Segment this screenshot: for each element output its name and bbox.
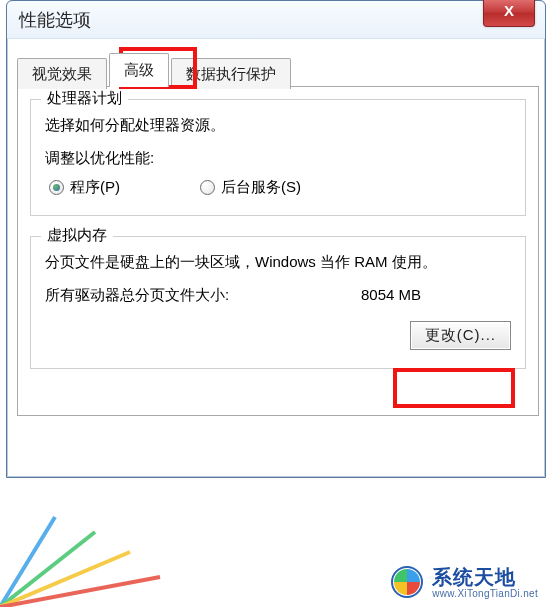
watermark-en: www.XiTongTianDi.net <box>432 588 538 599</box>
tab-panel-advanced: 处理器计划 选择如何分配处理器资源。 调整以优化性能: 程序(P) 后台服务(S… <box>17 86 539 416</box>
tab-advanced[interactable]: 高级 <box>109 53 169 87</box>
watermark-icon <box>390 565 424 599</box>
paging-size-value: 8054 MB <box>361 286 511 305</box>
tab-visual-effects[interactable]: 视觉效果 <box>17 58 107 89</box>
adjust-label: 调整以优化性能: <box>45 149 511 168</box>
paging-size-row: 所有驱动器总分页文件大小: 8054 MB <box>45 286 511 305</box>
titlebar[interactable]: 性能选项 X <box>7 1 545 39</box>
virtual-memory-desc: 分页文件是硬盘上的一块区域，Windows 当作 RAM 使用。 <box>45 253 511 272</box>
radio-programs[interactable]: 程序(P) <box>49 178 120 197</box>
radio-icon <box>49 180 64 195</box>
window-title: 性能选项 <box>19 8 91 32</box>
change-button[interactable]: 更改(C)... <box>410 321 511 350</box>
decorative-beams <box>0 477 180 607</box>
paging-size-label: 所有驱动器总分页文件大小: <box>45 286 361 305</box>
radio-background-services[interactable]: 后台服务(S) <box>200 178 301 197</box>
radio-icon <box>200 180 215 195</box>
watermark-text: 系统天地 www.XiTongTianDi.net <box>432 566 538 599</box>
client-area: 视觉效果 高级 数据执行保护 处理器计划 选择如何分配处理器资源。 调整以优化性… <box>17 53 539 471</box>
tab-strip: 视觉效果 高级 数据执行保护 <box>17 53 539 87</box>
watermark: 系统天地 www.XiTongTianDi.net <box>390 565 538 599</box>
virtual-memory-group: 虚拟内存 分页文件是硬盘上的一块区域，Windows 当作 RAM 使用。 所有… <box>30 236 526 369</box>
radio-programs-label: 程序(P) <box>70 178 120 197</box>
processor-desc: 选择如何分配处理器资源。 <box>45 116 511 135</box>
virtual-memory-group-title: 虚拟内存 <box>41 226 113 245</box>
watermark-cn: 系统天地 <box>432 566 538 588</box>
processor-group-title: 处理器计划 <box>41 89 128 108</box>
processor-radio-row: 程序(P) 后台服务(S) <box>45 178 511 197</box>
processor-scheduling-group: 处理器计划 选择如何分配处理器资源。 调整以优化性能: 程序(P) 后台服务(S… <box>30 99 526 216</box>
close-button[interactable]: X <box>483 0 535 27</box>
tab-dep[interactable]: 数据执行保护 <box>171 58 291 89</box>
radio-background-label: 后台服务(S) <box>221 178 301 197</box>
virtual-memory-button-row: 更改(C)... <box>45 321 511 350</box>
performance-options-window: 性能选项 X 视觉效果 高级 数据执行保护 处理器计划 选择如何分配处理器资源。… <box>6 0 546 478</box>
